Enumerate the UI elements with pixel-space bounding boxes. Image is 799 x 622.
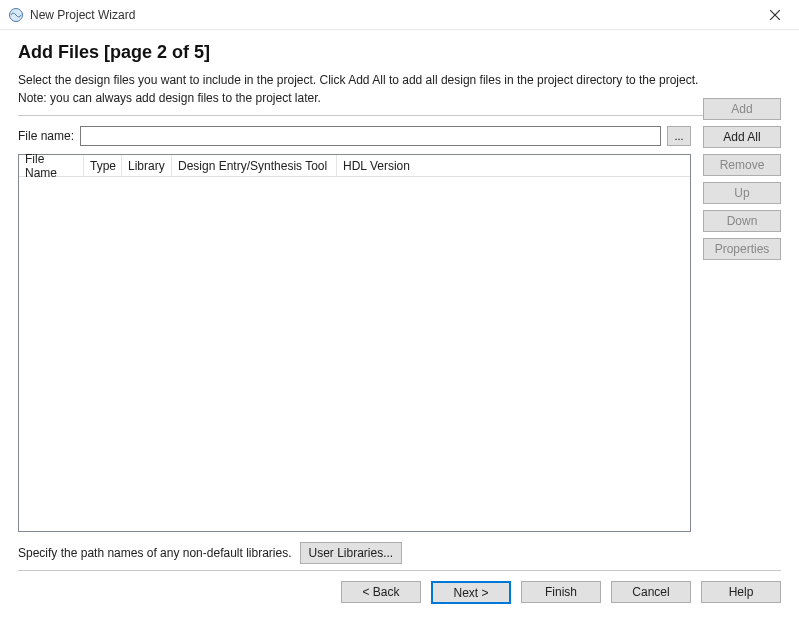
add-button[interactable]: Add: [703, 98, 781, 120]
page-description: Select the design files you want to incl…: [18, 71, 781, 107]
back-button[interactable]: < Back: [341, 581, 421, 603]
side-buttons: Add Add All Remove Up Down Properties: [703, 98, 781, 532]
finish-button[interactable]: Finish: [521, 581, 601, 603]
page-description-line1: Select the design files you want to incl…: [18, 73, 698, 87]
cancel-button[interactable]: Cancel: [611, 581, 691, 603]
libraries-description: Specify the path names of any non-defaul…: [18, 546, 292, 560]
add-all-button[interactable]: Add All: [703, 126, 781, 148]
close-button[interactable]: [755, 0, 795, 30]
app-icon: [8, 7, 24, 23]
column-filename[interactable]: File Name: [19, 155, 84, 176]
files-table[interactable]: File Name Type Library Design Entry/Synt…: [18, 154, 691, 532]
footer-buttons: < Back Next > Finish Cancel Help: [18, 581, 781, 604]
content-area: Add Files [page 2 of 5] Select the desig…: [0, 30, 799, 564]
filename-label: File name:: [18, 129, 74, 143]
column-tool[interactable]: Design Entry/Synthesis Tool: [172, 155, 337, 176]
properties-button[interactable]: Properties: [703, 238, 781, 260]
column-type[interactable]: Type: [84, 155, 122, 176]
up-button[interactable]: Up: [703, 182, 781, 204]
column-hdl[interactable]: HDL Version: [337, 155, 417, 176]
table-header: File Name Type Library Design Entry/Synt…: [19, 155, 690, 177]
help-button[interactable]: Help: [701, 581, 781, 603]
titlebar: New Project Wizard: [0, 0, 799, 30]
filename-row: File name: ...: [18, 126, 691, 146]
footer-divider: [18, 570, 781, 571]
browse-button[interactable]: ...: [667, 126, 691, 146]
page-description-line2: Note: you can always add design files to…: [18, 91, 321, 105]
close-icon: [770, 10, 780, 20]
column-library[interactable]: Library: [122, 155, 172, 176]
next-button[interactable]: Next >: [431, 581, 511, 604]
down-button[interactable]: Down: [703, 210, 781, 232]
divider: [18, 115, 781, 116]
footer: < Back Next > Finish Cancel Help: [0, 560, 799, 622]
filename-input[interactable]: [80, 126, 661, 146]
window-title: New Project Wizard: [30, 8, 755, 22]
remove-button[interactable]: Remove: [703, 154, 781, 176]
page-heading: Add Files [page 2 of 5]: [18, 42, 781, 63]
